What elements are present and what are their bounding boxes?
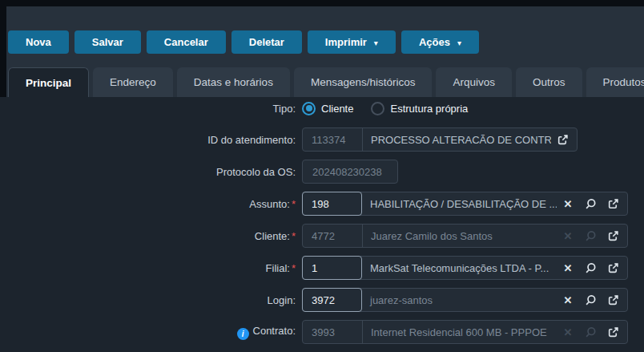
login-id-input[interactable] <box>312 294 352 306</box>
contrato-id-input[interactable] <box>312 326 353 338</box>
salvar-button[interactable]: Salvar <box>74 30 141 54</box>
open-external-icon[interactable] <box>602 193 624 214</box>
radio-option-cliente[interactable]: Cliente <box>302 102 353 115</box>
filial-row: Filial:* MarkSat Telecomunicações LTDA -… <box>0 256 644 280</box>
assunto-field-group: HABILITAÇÃO / DESABILITAÇÃO DE ... ✕ <box>302 192 628 216</box>
id-atendimento-label: ID do atendimento: <box>207 134 296 146</box>
tab-principal[interactable]: Principal <box>8 67 89 97</box>
filial-id-input[interactable] <box>312 262 352 274</box>
toolbar: Nova Salvar Cancelar Deletar Imprimir ▾ … <box>8 30 479 54</box>
login-field-group: juarez-santos ✕ <box>302 288 628 312</box>
tipo-row: Tipo: Cliente Estrutura própria <box>0 99 644 117</box>
open-external-icon[interactable] <box>602 322 624 342</box>
cancelar-button-label: Cancelar <box>164 36 208 48</box>
info-icon[interactable]: i <box>237 328 249 340</box>
contrato-label: Contrato: <box>253 325 296 337</box>
assunto-row: Assunto:* HABILITAÇÃO / DESABILITAÇÃO DE… <box>0 192 644 216</box>
cliente-description: Juarez Camilo dos Santos <box>363 225 557 247</box>
search-icon[interactable] <box>579 193 602 214</box>
nova-button-label: Nova <box>26 36 51 48</box>
radio-cliente-label: Cliente <box>321 103 353 115</box>
assunto-description: HABILITAÇÃO / DESABILITAÇÃO DE ... <box>362 192 557 215</box>
toolbar-panel: Nova Salvar Cancelar Deletar Imprimir ▾ … <box>6 6 644 97</box>
clear-icon[interactable]: ✕ <box>557 193 579 214</box>
cliente-field-group: Juarez Camilo dos Santos ✕ <box>302 224 628 248</box>
radio-unselected-icon[interactable] <box>371 102 384 115</box>
id-atendimento-description: PROCESSO ALTERACÃO DE CONTRA... <box>363 128 551 151</box>
clear-icon: ✕ <box>557 322 579 342</box>
login-row: Login: juarez-santos ✕ <box>0 288 644 312</box>
protocolo-os-input[interactable] <box>312 166 388 178</box>
tab-arquivos[interactable]: Arquivos <box>436 67 512 97</box>
deletar-button[interactable]: Deletar <box>231 30 302 54</box>
tab-endereco[interactable]: Endereço <box>93 67 173 97</box>
assunto-id-input[interactable] <box>312 198 352 210</box>
id-atendimento-input[interactable] <box>312 134 353 146</box>
deletar-button-label: Deletar <box>249 36 284 48</box>
imprimir-button-label: Imprimir <box>325 36 367 48</box>
filial-label: Filial: <box>266 262 290 274</box>
acoes-button-label: Ações <box>419 36 450 48</box>
search-icon[interactable] <box>579 289 602 310</box>
tipo-radio-group: Cliente Estrutura própria <box>302 102 468 115</box>
header-frame: Nova Salvar Cancelar Deletar Imprimir ▾ … <box>0 0 644 97</box>
contrato-description: Internet Residencial 600 MB - PPPOE <box>363 321 557 343</box>
tab-mensagens-historicos[interactable]: Mensagens/históricos <box>294 67 433 97</box>
clear-icon[interactable]: ✕ <box>557 289 579 310</box>
filial-field-group: MarkSat Telecomunicações LTDA - P... ✕ <box>302 256 628 280</box>
cancelar-button[interactable]: Cancelar <box>147 30 226 54</box>
clear-icon[interactable]: ✕ <box>557 257 579 278</box>
search-icon <box>579 322 602 342</box>
radio-option-estrutura-propria[interactable]: Estrutura própria <box>371 102 468 115</box>
imprimir-dropdown-button[interactable]: Imprimir ▾ <box>308 30 396 54</box>
contrato-field-group: Internet Residencial 600 MB - PPPOE ✕ <box>302 320 628 344</box>
filial-description: MarkSat Telecomunicações LTDA - P... <box>362 257 557 279</box>
search-icon[interactable] <box>579 257 602 278</box>
nova-button[interactable]: Nova <box>8 30 69 54</box>
required-asterisk: * <box>292 262 296 274</box>
search-icon <box>579 225 602 246</box>
clear-icon: ✕ <box>557 225 579 246</box>
open-external-icon[interactable] <box>602 289 624 310</box>
protocolo-os-label: Protocolo da OS: <box>216 166 296 178</box>
protocolo-os-field-group <box>302 160 398 184</box>
tipo-label: Tipo: <box>0 103 302 115</box>
required-asterisk: * <box>292 230 296 242</box>
tab-produtos[interactable]: Produtos <box>586 67 644 97</box>
open-external-icon[interactable] <box>602 225 624 246</box>
tab-datas-e-horarios[interactable]: Datas e horários <box>177 67 290 97</box>
radio-estrutura-propria-label: Estrutura própria <box>390 103 468 115</box>
chevron-down-icon: ▾ <box>457 39 461 47</box>
cliente-label: Cliente: <box>255 230 290 242</box>
open-external-icon[interactable] <box>602 257 624 278</box>
acoes-dropdown-button[interactable]: Ações ▾ <box>401 30 479 54</box>
assunto-label: Assunto: <box>249 198 290 210</box>
radio-selected-icon[interactable] <box>302 102 316 115</box>
required-asterisk: * <box>292 198 296 210</box>
cliente-id-input[interactable] <box>312 230 353 242</box>
tab-bar: Principal Endereço Datas e horários Mens… <box>8 67 644 97</box>
chevron-down-icon: ▾ <box>374 39 378 47</box>
principal-tab-content: Tipo: Cliente Estrutura própria ID do at… <box>0 97 644 352</box>
login-description: juarez-santos <box>362 289 557 311</box>
login-label: Login: <box>268 294 296 306</box>
open-external-icon[interactable] <box>551 129 574 150</box>
id-atendimento-field-group: PROCESSO ALTERACÃO DE CONTRA... <box>302 127 578 152</box>
id-atendimento-row: ID do atendimento: PROCESSO ALTERACÃO DE… <box>0 127 644 152</box>
contrato-row: iContrato: Internet Residencial 600 MB -… <box>0 320 644 344</box>
cliente-row: Cliente:* Juarez Camilo dos Santos ✕ <box>0 224 644 248</box>
tab-outros[interactable]: Outros <box>516 67 582 97</box>
protocolo-os-row: Protocolo da OS: <box>0 160 644 184</box>
salvar-button-label: Salvar <box>92 36 123 48</box>
